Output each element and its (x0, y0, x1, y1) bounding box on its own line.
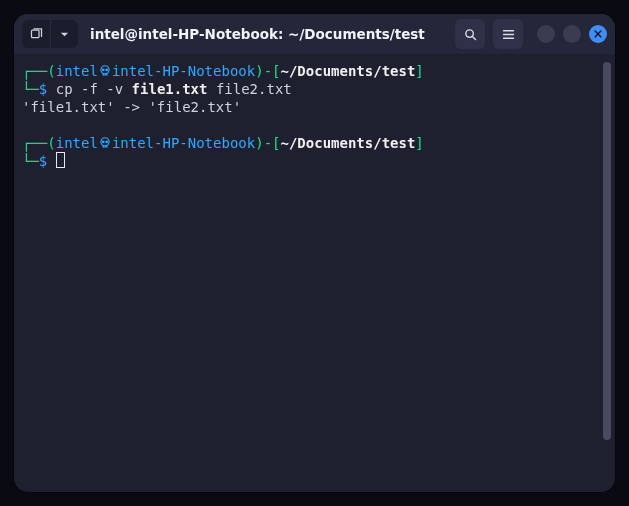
search-button[interactable] (455, 19, 485, 49)
close-button[interactable] (589, 25, 607, 43)
bracket-close: ] (415, 63, 423, 79)
svg-point-4 (106, 69, 108, 71)
minimize-button[interactable] (537, 25, 555, 43)
prompt2-path: ~/Documents/test (280, 135, 415, 151)
svg-point-7 (106, 141, 108, 143)
scrollbar[interactable] (603, 62, 611, 440)
bracket-close: ] (415, 135, 423, 151)
terminal-output: ┌──(intelintel-HP-Notebook)-[~/Documents… (22, 62, 605, 484)
prompt-symbol: $ (39, 81, 47, 97)
bracket-open: -[ (264, 63, 281, 79)
prompt-frame-bot: └─ (22, 81, 39, 97)
prompt-host: intel-HP-Notebook (112, 63, 255, 79)
terminal-area[interactable]: ┌──(intelintel-HP-Notebook)-[~/Documents… (14, 54, 615, 492)
paren-open: ( (47, 63, 55, 79)
command-arg-rest: file2.txt (207, 81, 291, 97)
terminal-window: intel@intel-HP-Notebook: ~/Documents/tes… (14, 14, 615, 492)
skull-icon (98, 64, 112, 78)
window-title: intel@intel-HP-Notebook: ~/Documents/tes… (86, 26, 447, 42)
svg-point-6 (102, 141, 104, 143)
command-text: cp -f -v (56, 81, 132, 97)
maximize-button[interactable] (563, 25, 581, 43)
paren-open: ( (47, 135, 55, 151)
menu-button[interactable] (493, 19, 523, 49)
cursor (56, 152, 65, 168)
svg-rect-0 (31, 30, 39, 38)
prompt2-user: intel (56, 135, 98, 151)
tab-controls (22, 20, 78, 48)
prompt2-frame-bot: └─ (22, 153, 39, 169)
bracket-open: -[ (264, 135, 281, 151)
output-line: 'file1.txt' -> 'file2.txt' (22, 99, 241, 115)
paren-close: ) (255, 135, 263, 151)
command-arg-bold: file1.txt (132, 81, 208, 97)
window-controls (537, 25, 607, 43)
prompt-path: ~/Documents/test (280, 63, 415, 79)
hamburger-icon (501, 27, 516, 42)
titlebar: intel@intel-HP-Notebook: ~/Documents/tes… (14, 14, 615, 54)
search-icon (463, 27, 478, 42)
svg-point-3 (102, 69, 104, 71)
new-tab-button[interactable] (22, 20, 50, 48)
tab-menu-button[interactable] (50, 20, 78, 48)
svg-point-1 (465, 29, 473, 37)
prompt2-symbol: $ (39, 153, 47, 169)
new-tab-icon (29, 27, 44, 42)
prompt2-host: intel-HP-Notebook (112, 135, 255, 151)
prompt2-frame-top: ┌── (22, 135, 47, 151)
prompt-user: intel (56, 63, 98, 79)
prompt-frame-top: ┌── (22, 63, 47, 79)
chevron-down-icon (59, 29, 70, 40)
paren-close: ) (255, 63, 263, 79)
close-icon (593, 29, 603, 39)
skull-icon (98, 136, 112, 150)
